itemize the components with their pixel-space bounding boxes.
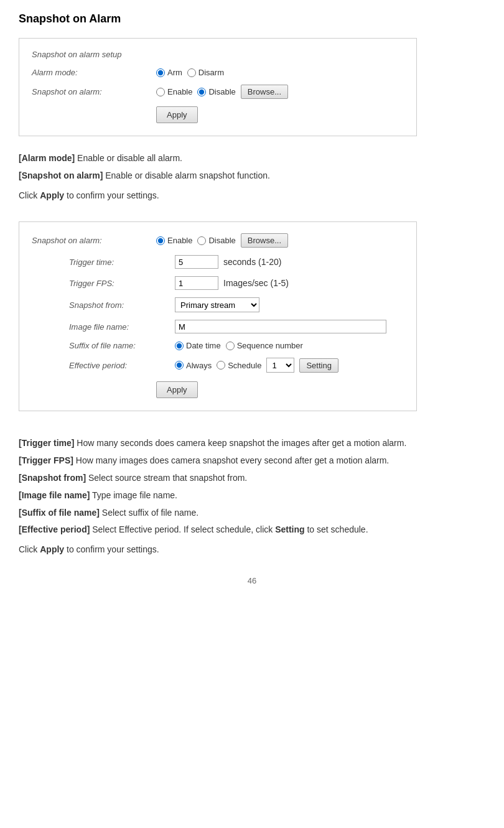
image-file-label: Image file name: [69,322,175,332]
alarm-mode-controls: Arm Disarm [156,68,224,77]
snapshot-alarm-row-2: Snapshot on alarm: Enable Disable Browse… [32,233,404,248]
desc2-effective-end: to set schedule. [305,524,368,534]
snapshot-enable-radio-2[interactable] [156,236,165,245]
snapshot-enable-label: Enable [167,87,192,96]
desc1-apply-bold: Apply [40,190,64,200]
snapshot-alarm-controls-2: Enable Disable Browse... [156,233,288,248]
desc2-click-text: Click [19,544,40,554]
alarm-arm-radio[interactable] [156,68,165,77]
desc2-click-end: to confirm your settings. [64,544,159,554]
section1-title: Snapshot on alarm setup [32,50,404,59]
snapshot-disable-option-2[interactable]: Disable [197,236,235,245]
desc1-alarm-mode-text: Enable or disable all alarm. [75,153,182,163]
desc1-snapshot-text: Enable or disable alarm snapshot functio… [103,170,270,180]
effective-schedule-radio[interactable] [217,361,225,370]
snapshot-enable-option-2[interactable]: Enable [156,236,192,245]
trigger-fps-label: Trigger FPS: [69,279,175,288]
suffix-controls: Date time Sequence number [175,341,303,350]
effective-schedule-label: Schedule [228,361,261,370]
alarm-disarm-radio[interactable] [187,68,196,77]
snapshot-enable-radio[interactable] [156,88,165,96]
desc1-line2: [Snapshot on alarm] Enable or disable al… [19,169,485,184]
desc2-trigger-time-bold: [Trigger time] [19,438,74,448]
alarm-mode-label: Alarm mode: [32,68,156,77]
image-file-input[interactable] [175,320,386,333]
image-file-controls [175,320,386,333]
effective-period-label: Effective period: [69,361,175,370]
desc2-image-file: [Image file name] Type image file name. [19,488,485,503]
alarm-disarm-option[interactable]: Disarm [187,68,224,77]
desc2-effective-text: Select Effective period. If select sched… [90,524,275,534]
suffix-row: Suffix of file name: Date time Sequence … [50,341,404,350]
desc2-snapshot-from-bold: [Snapshot from] [19,473,86,483]
desc1-click-end: to confirm your settings. [64,190,159,200]
effective-always-option[interactable]: Always [175,361,212,370]
desc2-trigger-time-text: How many seconds does camera keep snapsh… [74,438,406,448]
desc2-image-file-bold: [Image file name] [19,490,90,500]
trigger-time-unit: seconds (1-20) [223,257,281,267]
browse-button-1[interactable]: Browse... [241,85,288,99]
apply-button-1[interactable]: Apply [156,106,198,123]
trigger-fps-controls: Images/sec (1-5) [175,276,289,290]
description-1: [Alarm mode] Enable or disable all alarm… [19,151,485,203]
schedule-select[interactable]: 1 2 3 4 [266,358,294,373]
snapshot-alarm-controls: Enable Disable Browse... [156,85,288,99]
desc1-line1: [Alarm mode] Enable or disable all alarm… [19,151,485,166]
trigger-time-row: Trigger time: seconds (1-20) [50,255,404,269]
desc2-trigger-fps-bold: [Trigger FPS] [19,455,73,465]
suffix-datetime-radio[interactable] [175,342,184,350]
effective-always-label: Always [186,361,212,370]
desc2-snapshot-from-text: Select source stream that snapshot from. [86,473,247,483]
snapshot-disable-option[interactable]: Disable [197,87,235,96]
suffix-sequence-radio[interactable] [226,342,235,350]
desc2-trigger-time: [Trigger time] How many seconds does cam… [19,436,485,451]
desc1-alarm-mode-bold: [Alarm mode] [19,153,75,163]
alarm-arm-label: Arm [167,68,182,77]
desc1-click: Click Apply to confirm your settings. [19,188,485,203]
image-file-row: Image file name: [50,320,404,333]
snapshot-enable-label-2: Enable [167,236,192,245]
alarm-disarm-label: Disarm [198,68,224,77]
snapshot-disable-radio[interactable] [197,88,206,96]
desc2-suffix: [Suffix of file name] Select suffix of f… [19,506,485,521]
snapshot-from-row: Snapshot from: Primary stream Secondary … [50,297,404,312]
effective-always-radio[interactable] [175,361,184,370]
desc2-trigger-fps: [Trigger FPS] How many images does camer… [19,454,485,468]
desc2-trigger-fps-text: How many images does camera snapshot eve… [73,455,389,465]
snapshot-disable-radio-2[interactable] [197,236,206,245]
snapshot-disable-label: Disable [208,87,235,96]
setting-button[interactable]: Setting [299,358,338,373]
desc2-image-file-text: Type image file name. [90,490,177,500]
alarm-arm-option[interactable]: Arm [156,68,182,77]
browse-button-2[interactable]: Browse... [241,233,288,248]
desc2-effective: [Effective period] Select Effective peri… [19,523,485,537]
snapshot-from-label: Snapshot from: [69,300,175,310]
suffix-sequence-option[interactable]: Sequence number [226,341,303,350]
desc2-suffix-bold: [Suffix of file name] [19,508,100,518]
snapshot-from-select[interactable]: Primary stream Secondary stream [175,297,259,312]
snapshot-alarm-row: Snapshot on alarm: Enable Disable Browse… [32,85,404,99]
effective-schedule-option[interactable]: Schedule [217,361,261,370]
trigger-time-input[interactable] [175,255,218,269]
trigger-time-label: Trigger time: [69,258,175,267]
snapshot-disable-label-2: Disable [208,236,235,245]
snapshot-alarm-label-2: Snapshot on alarm: [32,236,156,245]
snapshot-from-controls: Primary stream Secondary stream [175,297,259,312]
section2-box: Snapshot on alarm: Enable Disable Browse… [19,221,417,411]
page-title: Snapshot on Alarm [19,12,485,26]
desc2-suffix-text: Select suffix of file name. [100,508,198,518]
snapshot-enable-option[interactable]: Enable [156,87,192,96]
desc1-click-text: Click [19,190,40,200]
apply-button-2[interactable]: Apply [156,381,198,398]
trigger-fps-input[interactable] [175,276,218,290]
desc2-setting-bold: Setting [275,524,304,534]
alarm-mode-row: Alarm mode: Arm Disarm [32,68,404,77]
trigger-fps-unit: Images/sec (1-5) [223,278,289,288]
page-number: 46 [19,576,485,585]
section1-box: Snapshot on alarm setup Alarm mode: Arm … [19,38,417,136]
apply-row-2: Apply [156,381,404,398]
apply-row-1: Apply [156,106,404,123]
effective-period-controls: Always Schedule 1 2 3 4 Setting [175,358,338,373]
suffix-datetime-option[interactable]: Date time [175,341,221,350]
suffix-sequence-label: Sequence number [237,341,303,350]
